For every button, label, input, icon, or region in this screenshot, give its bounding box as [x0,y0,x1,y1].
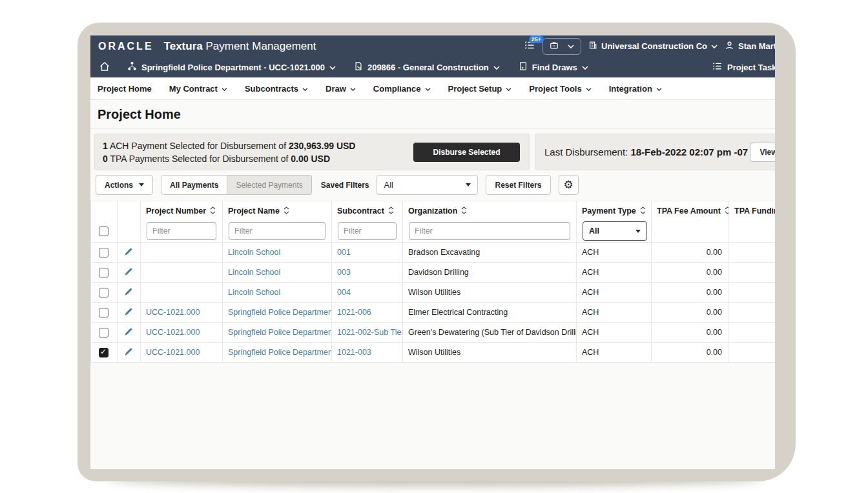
project-name-link[interactable]: Springfield Police Department [228,328,332,337]
subcontract-link[interactable]: 001 [337,248,351,257]
project-number-link[interactable]: UCC-1021.000 [146,328,200,337]
task-count-badge: 25+ [529,35,544,43]
menu-label: Compliance [373,84,421,94]
menu-my-contract[interactable]: My Contract [169,84,227,94]
payment-type-cell: ACH [582,268,599,277]
project-name-link[interactable]: Lincoln School [228,248,280,257]
project-name-link[interactable]: Lincoln School [228,268,280,277]
page-title: Project Home [98,107,775,122]
chevron-down-icon [582,63,588,72]
table-filter-row: All [91,221,776,243]
company-selector[interactable]: Universal Construction Co [588,41,718,52]
project-name-link[interactable]: Lincoln School [228,288,280,297]
subcontract-link[interactable]: 1021-006 [337,308,371,317]
row-checkbox[interactable] [99,328,108,337]
saved-filters-select[interactable]: All [377,175,478,195]
project-tasks-button[interactable]: Project Tasks [712,57,775,77]
selected-payments-tab[interactable]: Selected Payments [227,175,311,195]
oracle-logo: ORACLE [98,41,154,52]
row-checkbox[interactable] [99,348,108,357]
payment-type-filter-select[interactable]: All [583,221,647,241]
header-brand-row: ORACLE Textura Payment Management 25+ [90,35,775,57]
edit-pencil-icon[interactable] [124,349,133,358]
project-number-link[interactable]: UCC-1021.000 [146,348,200,357]
edit-column-header [118,201,141,221]
user-menu[interactable]: Stan Martin [725,41,775,52]
tpa-text: TPA Payments Selected for Disbursement o… [110,154,288,164]
table-settings-button[interactable]: ⚙ [559,175,579,195]
tools-menu-button[interactable] [542,38,581,55]
menu-label: Project Home [98,84,152,94]
project-name-filter-input[interactable] [229,222,326,240]
select-all-checkbox[interactable] [99,226,108,236]
find-draws-label: Find Draws [532,63,577,72]
saved-filters-label: Saved Filters [321,181,369,190]
organization-cell: Bradson Excavating [408,248,480,257]
menu-project-setup[interactable]: Project Setup [448,84,512,94]
menu-project-home[interactable]: Project Home [98,84,152,94]
tpa-fee-cell: 0.00 [707,308,722,317]
contract-selector-label: 209866 - General Construction [367,63,489,72]
column-tpa-funding[interactable]: TPA Funding [729,201,776,221]
tpa-amount: 0.00 USD [291,154,330,164]
project-number-link[interactable]: UCC-1021.000 [146,308,200,317]
summary-panels: 1 ACH Payment Selected for Disbursement … [94,134,775,170]
row-checkbox[interactable] [99,268,108,277]
subcontract-link[interactable]: 1021-002-Sub Tier [337,328,403,337]
menu-draw[interactable]: Draw [326,84,356,94]
edit-pencil-icon[interactable] [124,269,133,278]
subcontract-link[interactable]: 1021-003 [337,348,371,357]
column-tpa-fee-amount[interactable]: TPA Fee Amount [652,201,729,221]
chevron-down-icon [656,84,662,94]
column-subcontract[interactable]: Subcontract [332,201,403,221]
select-column-header [91,201,118,221]
find-draws-menu[interactable]: Find Draws [519,61,588,73]
project-number-filter-input[interactable] [147,222,216,240]
column-payment-type[interactable]: Payment Type [577,201,652,221]
sort-icon [210,206,216,214]
user-icon [725,41,734,52]
tpa-count: 0 [103,154,108,164]
row-checkbox[interactable] [99,248,108,257]
edit-pencil-icon[interactable] [124,289,133,298]
menu-integration[interactable]: Integration [609,84,662,94]
all-payments-tab[interactable]: All Payments [161,175,227,195]
column-project-number[interactable]: Project Number [141,201,223,221]
subcontract-link[interactable]: 004 [337,288,351,297]
table-row: UCC-1021.000 Springfield Police Departme… [91,343,776,363]
project-name-link[interactable]: Springfield Police Department [228,348,332,357]
subcontract-filter-input[interactable] [338,222,397,240]
last-disbursement-label: Last Disbursement: [544,146,628,157]
view-payments-button[interactable]: View Payments [750,143,775,162]
menu-project-tools[interactable]: Project Tools [529,84,591,94]
menu-compliance[interactable]: Compliance [373,84,431,94]
last-disbursement-panel: Last Disbursement: 18-Feb-2022 02:07 pm … [535,134,775,170]
home-button[interactable] [99,61,110,74]
column-project-name[interactable]: Project Name [223,201,332,221]
caret-down-icon [636,230,641,233]
chevron-down-icon [586,84,592,94]
main-menubar: Project Home My Contract Subcontracts Dr… [90,77,775,100]
edit-pencil-icon[interactable] [124,309,133,318]
tpa-fee-cell: 0.00 [707,268,722,277]
notifications-tasks-button[interactable]: 25+ [524,40,535,53]
organization-filter-input[interactable] [409,222,570,240]
row-checkbox[interactable] [99,308,108,317]
project-selector[interactable]: Springfield Police Department - UCC-1021… [127,61,336,73]
column-organization[interactable]: Organization [403,201,577,221]
table-row: UCC-1021.000 Springfield Police Departme… [91,303,776,323]
row-checkbox[interactable] [99,288,108,297]
subcontract-link[interactable]: 003 [337,268,351,277]
disburse-selected-button[interactable]: Disburse Selected [413,143,520,162]
contract-selector[interactable]: 209866 - General Construction [354,61,500,73]
menu-subcontracts[interactable]: Subcontracts [245,84,308,94]
payments-view-toggle: All Payments Selected Payments [161,175,312,195]
edit-pencil-icon[interactable] [124,329,133,338]
contract-document-icon [354,61,363,73]
payment-type-cell: ACH [582,348,599,357]
project-name-link[interactable]: Springfield Police Department [228,308,332,317]
tpa-fee-cell: 0.00 [707,288,722,297]
reset-filters-button[interactable]: Reset Filters [486,175,550,195]
edit-pencil-icon[interactable] [124,249,133,258]
actions-dropdown-button[interactable]: Actions [96,175,153,195]
